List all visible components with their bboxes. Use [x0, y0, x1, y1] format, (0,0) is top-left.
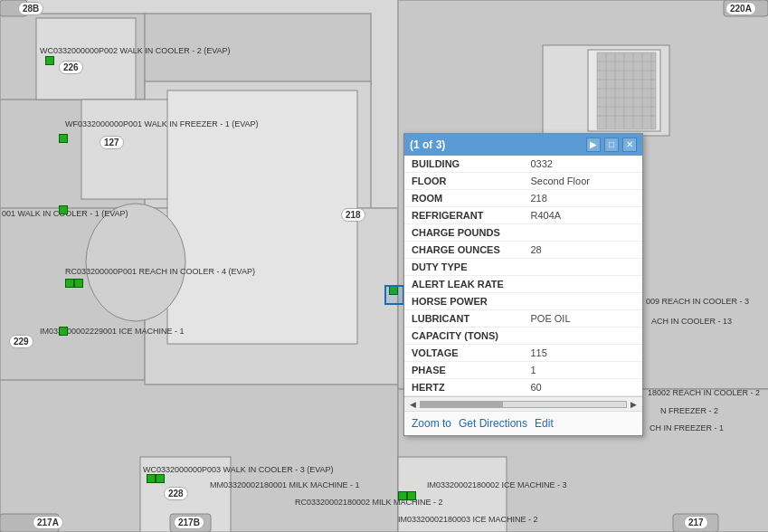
scroll-right-arrow[interactable]: ▶	[629, 400, 639, 409]
equip-label-rc003: 009 REACH IN COOLER - 3	[646, 297, 749, 306]
field-label: CAPACITY (TONS)	[404, 328, 524, 345]
table-row: DUTY TYPE	[404, 259, 642, 276]
popup-maximize-button[interactable]: □	[604, 138, 619, 152]
field-label: PHASE	[404, 362, 524, 379]
equip-label-im002: IM03320002180003 ICE MACHINE - 2	[398, 515, 538, 524]
field-value: 218	[524, 190, 643, 207]
field-value: 1	[524, 362, 643, 379]
table-row: LUBRICANTPOE OIL	[404, 310, 642, 328]
equip-dot-4[interactable]	[65, 279, 74, 288]
field-label: CHARGE OUNCES	[404, 242, 524, 259]
field-value	[524, 328, 643, 345]
popup-next-button[interactable]: ▶	[586, 138, 601, 152]
table-row: PHASE1	[404, 362, 642, 379]
table-row: CHARGE OUNCES28	[404, 242, 642, 259]
field-value: R404A	[524, 207, 643, 224]
field-value	[524, 259, 643, 276]
equip-label-mm002: RC03320002180002 MILK MACHINE - 2	[295, 498, 443, 507]
field-label: HORSE POWER	[404, 293, 524, 310]
zoom-to-link[interactable]: Zoom to	[412, 417, 451, 430]
room-label-228: 228	[164, 487, 188, 500]
room-label-217: 217	[684, 516, 708, 529]
table-row: CHARGE POUNDS	[404, 224, 642, 242]
svg-rect-12	[167, 90, 357, 344]
selected-feature-box	[384, 285, 404, 305]
room-label-28b: 28B	[18, 2, 43, 15]
field-label: BUILDING	[404, 156, 524, 173]
field-label: REFRIGERANT	[404, 207, 524, 224]
field-label: LUBRICANT	[404, 310, 524, 328]
equip-dot-5[interactable]	[74, 279, 83, 288]
field-value: 115	[524, 345, 643, 362]
field-label: FLOOR	[404, 173, 524, 190]
equip-label-wc003: WC0332000000P003 WALK IN COOLER - 3 (EVA…	[143, 465, 334, 474]
svg-rect-11	[81, 100, 172, 199]
edit-link[interactable]: Edit	[535, 417, 554, 430]
equip-label-rc002: 18002 REACH IN COOLER - 2	[648, 388, 760, 397]
equip-label-rc013: ACH IN COOLER - 13	[651, 317, 732, 326]
room-label-226: 226	[59, 61, 83, 74]
popup-scroll-bar[interactable]: ◀ ▶	[404, 396, 642, 411]
field-value: 60	[524, 379, 643, 396]
table-row: ROOM218	[404, 190, 642, 207]
svg-point-13	[86, 204, 185, 321]
equip-label-wf001: WF0332000000P001 WALK IN FREEZER - 1 (EV…	[65, 119, 259, 128]
table-row: ALERT LEAK RATE	[404, 276, 642, 293]
equip-label-rc004: RC033200000P001 REACH IN COOLER - 4 (EVA…	[65, 267, 255, 276]
table-row: HORSE POWER	[404, 293, 642, 310]
equip-dot-3[interactable]	[59, 205, 68, 214]
equip-dot-8[interactable]	[156, 474, 165, 483]
equip-dot-10[interactable]	[407, 491, 416, 500]
room-label-220a: 220A	[725, 2, 756, 15]
popup-close-button[interactable]: ✕	[622, 138, 637, 152]
scroll-track	[420, 401, 627, 408]
popup-controls: ▶ □ ✕	[586, 138, 637, 152]
table-row: REFRIGERANTR404A	[404, 207, 642, 224]
equip-dot-1[interactable]	[45, 56, 54, 65]
room-label-217b: 217B	[174, 516, 204, 529]
room-label-229: 229	[9, 335, 33, 348]
scroll-left-arrow[interactable]: ◀	[408, 400, 418, 409]
room-label-217a: 217A	[33, 516, 63, 529]
equip-dot-7[interactable]	[147, 474, 156, 483]
floor-plan-svg	[0, 0, 768, 532]
equip-label-mm001: MM03320002180001 MILK MACHINE - 1	[210, 480, 360, 489]
equip-label-frz2: N FREEZER - 2	[660, 406, 718, 415]
feature-popup: (1 of 3) ▶ □ ✕ BUILDING0332FLOORSecond F…	[403, 133, 643, 436]
field-value	[524, 224, 643, 242]
equip-dot-2[interactable]	[59, 134, 68, 143]
field-value: 0332	[524, 156, 643, 173]
equip-label-frz1: CH IN FREEZER - 1	[649, 423, 724, 432]
field-value	[524, 276, 643, 293]
field-value: POE OIL	[524, 310, 643, 328]
get-directions-link[interactable]: Get Directions	[459, 417, 527, 430]
table-row: FLOORSecond Floor	[404, 173, 642, 190]
popup-title: (1 of 3)	[410, 138, 445, 151]
equip-dot-9[interactable]	[398, 491, 407, 500]
popup-body[interactable]: BUILDING0332FLOORSecond FloorROOM218REFR…	[404, 156, 642, 396]
room-label-218: 218	[341, 208, 365, 222]
popup-titlebar: (1 of 3) ▶ □ ✕	[404, 134, 642, 156]
table-row: BUILDING0332	[404, 156, 642, 173]
table-row: HERTZ60	[404, 379, 642, 396]
field-label: DUTY TYPE	[404, 259, 524, 276]
popup-footer: Zoom to Get Directions Edit	[404, 411, 642, 435]
room-label-127: 127	[100, 136, 124, 149]
scroll-thumb	[421, 402, 503, 407]
equip-label-im003: IM03320002180002 ICE MACHINE - 3	[427, 480, 567, 489]
field-value	[524, 293, 643, 310]
map-container: 226 127 218 229 228 217B 217A 220A 217 2…	[0, 0, 768, 532]
field-label: VOLTAGE	[404, 345, 524, 362]
field-value: Second Floor	[524, 173, 643, 190]
equip-dot-6[interactable]	[59, 327, 68, 336]
field-value: 28	[524, 242, 643, 259]
popup-table: BUILDING0332FLOORSecond FloorROOM218REFR…	[404, 156, 642, 396]
table-row: CAPACITY (TONS)	[404, 328, 642, 345]
field-label: CHARGE POUNDS	[404, 224, 524, 242]
field-label: ROOM	[404, 190, 524, 207]
equip-label-wc002: WC0332000000P002 WALK IN COOLER - 2 (EVA…	[40, 46, 231, 55]
table-row: VOLTAGE115	[404, 345, 642, 362]
field-label: HERTZ	[404, 379, 524, 396]
field-label: ALERT LEAK RATE	[404, 276, 524, 293]
